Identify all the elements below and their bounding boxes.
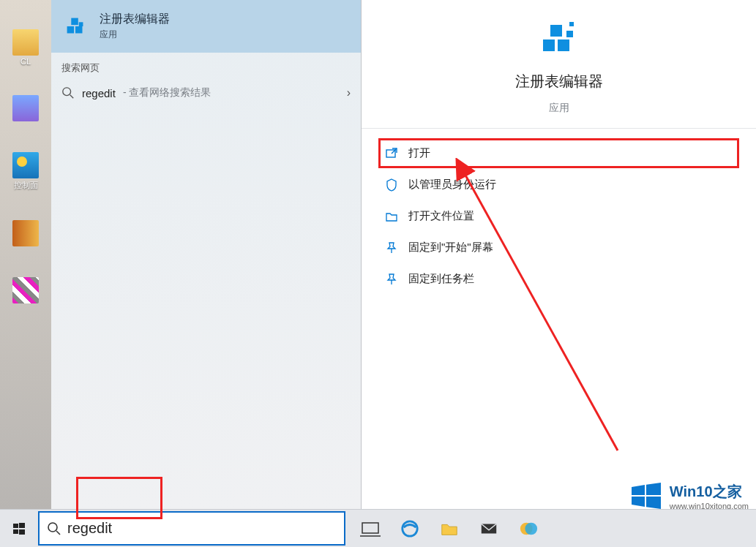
desktop-icon-app2[interactable] <box>7 220 44 248</box>
svg-line-5 <box>70 95 74 99</box>
windows-logo-icon <box>630 480 662 512</box>
search-icon <box>47 521 61 536</box>
taskbar-search-box[interactable] <box>38 511 345 546</box>
task-view-icon <box>360 519 381 538</box>
svg-line-12 <box>392 148 397 154</box>
web-result-query: regedit <box>82 87 116 99</box>
watermark: Win10之家 www.win10xitong.com <box>630 480 749 512</box>
svg-rect-24 <box>362 523 378 533</box>
action-label: 固定到"开始"屏幕 <box>408 241 493 254</box>
action-label: 固定到任务栏 <box>408 272 474 286</box>
svg-rect-18 <box>13 524 18 528</box>
svg-rect-9 <box>566 31 573 37</box>
action-run-as-admin[interactable]: 以管理员身份运行 <box>379 170 738 199</box>
taskbar-edge[interactable] <box>392 511 427 546</box>
action-label: 以管理员身份运行 <box>408 178 496 192</box>
taskbar-app[interactable] <box>511 511 546 546</box>
svg-rect-2 <box>71 18 78 25</box>
web-result-hint: - 查看网络搜索结果 <box>123 86 212 99</box>
svg-marker-15 <box>646 483 661 495</box>
open-icon <box>385 147 398 160</box>
best-match-result[interactable]: 注册表编辑器 应用 <box>51 0 361 53</box>
svg-point-26 <box>403 521 417 535</box>
svg-rect-7 <box>558 39 569 51</box>
best-match-title: 注册表编辑器 <box>100 12 170 27</box>
taskbar-mail[interactable] <box>471 511 506 546</box>
pin-icon <box>385 241 398 254</box>
svg-rect-0 <box>67 26 75 34</box>
svg-rect-8 <box>550 25 562 37</box>
svg-marker-17 <box>646 497 661 509</box>
svg-rect-6 <box>543 39 555 51</box>
svg-rect-3 <box>79 22 83 26</box>
task-view-button[interactable] <box>353 511 388 546</box>
search-input[interactable] <box>67 520 344 537</box>
folder-icon <box>385 210 398 223</box>
action-pin-to-taskbar[interactable]: 固定到任务栏 <box>379 265 738 293</box>
detail-actions: 打开 以管理员身份运行 打开文件位置 固定到"开始"屏幕 固定到任务栏 <box>362 129 756 303</box>
registry-editor-icon <box>536 15 583 61</box>
detail-hero: 注册表编辑器 应用 <box>362 0 756 129</box>
desktop-icons-column: CL 控制面 <box>0 0 51 509</box>
taskbar-explorer[interactable] <box>432 511 467 546</box>
app-icon <box>12 95 39 121</box>
svg-marker-14 <box>632 485 645 495</box>
desktop-icon-label: 控制面 <box>14 180 38 191</box>
start-button[interactable] <box>0 510 38 547</box>
svg-rect-21 <box>19 529 25 535</box>
desktop-icon-app3[interactable] <box>7 277 44 305</box>
taskbar <box>0 509 756 547</box>
chevron-right-icon: › <box>347 86 351 99</box>
desktop-icon-label: CL <box>20 57 31 66</box>
svg-point-22 <box>48 523 57 532</box>
control-panel-icon <box>12 152 39 178</box>
web-search-result[interactable]: regedit - 查看网络搜索结果 › <box>51 79 361 107</box>
desktop-icon-folder[interactable]: CL <box>7 29 44 66</box>
search-icon <box>61 86 75 99</box>
best-match-subtitle: 应用 <box>100 29 170 41</box>
result-detail-panel: 注册表编辑器 应用 打开 以管理员身份运行 打开文件位置 固定到"开始"屏幕 <box>362 0 756 509</box>
svg-rect-20 <box>13 529 18 534</box>
search-web-section-label: 搜索网页 <box>51 53 361 79</box>
svg-line-23 <box>56 531 60 535</box>
folder-icon <box>439 519 460 538</box>
start-search-panel: 注册表编辑器 应用 搜索网页 regedit - 查看网络搜索结果 › <box>51 0 362 509</box>
svg-rect-10 <box>569 22 574 26</box>
detail-title: 注册表编辑器 <box>515 72 603 91</box>
taskbar-app-icons <box>353 510 546 547</box>
pin-icon <box>385 273 398 286</box>
app-icon <box>12 277 39 303</box>
registry-editor-icon <box>61 12 89 40</box>
action-label: 打开文件位置 <box>408 209 474 223</box>
watermark-title: Win10之家 <box>670 482 742 502</box>
action-label: 打开 <box>408 146 430 160</box>
action-pin-to-start[interactable]: 固定到"开始"屏幕 <box>379 233 738 262</box>
shield-icon <box>385 178 398 192</box>
action-open-file-location[interactable]: 打开文件位置 <box>379 202 738 230</box>
windows-logo-icon <box>12 522 26 535</box>
svg-point-4 <box>63 88 71 96</box>
app-icon <box>518 519 539 538</box>
desktop-icon-app[interactable] <box>7 95 44 123</box>
mail-icon <box>479 519 499 538</box>
svg-rect-19 <box>19 523 25 528</box>
folder-icon <box>12 29 39 56</box>
svg-marker-16 <box>632 497 645 507</box>
svg-rect-1 <box>75 26 83 34</box>
action-open[interactable]: 打开 <box>379 139 738 167</box>
edge-icon <box>400 519 420 538</box>
detail-subtitle: 应用 <box>549 102 569 115</box>
app-icon <box>12 220 39 246</box>
svg-point-29 <box>525 522 537 535</box>
desktop-icon-control-panel[interactable]: 控制面 <box>7 152 44 191</box>
